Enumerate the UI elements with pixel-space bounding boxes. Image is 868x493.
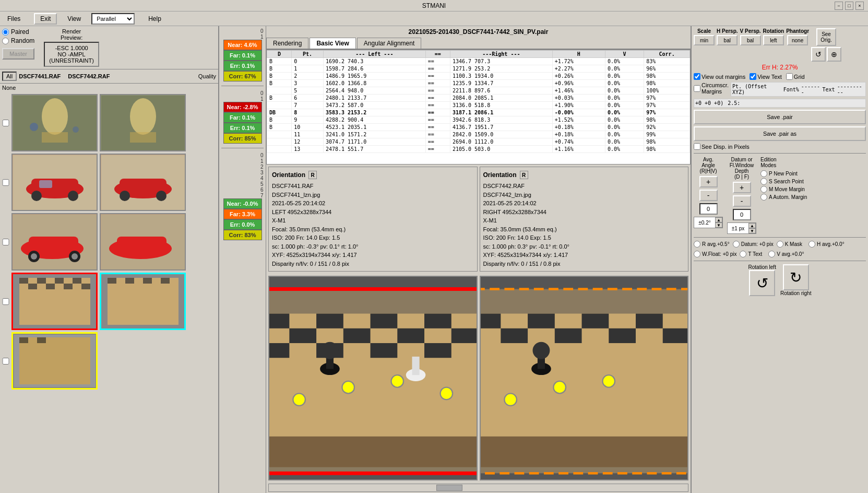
t-text-radio[interactable] bbox=[740, 251, 746, 257]
avg-angle-minus[interactable]: - bbox=[699, 190, 718, 201]
thumb-right-2[interactable] bbox=[100, 154, 186, 211]
orient-right-date: 2021-05-25 20:14:02 bbox=[483, 199, 685, 208]
rot-right-label: Rotation right bbox=[780, 290, 811, 296]
help-menu[interactable]: Help bbox=[145, 14, 164, 24]
grid-checkbox[interactable] bbox=[786, 73, 793, 80]
vpersp-group: V Persp. bal bbox=[740, 28, 761, 45]
zoom-button[interactable]: ⊕ bbox=[827, 47, 841, 62]
master-button[interactable]: Master bbox=[2, 48, 34, 60]
orient-left-label: Orientation bbox=[272, 170, 305, 180]
thumb-checkbox-2[interactable] bbox=[2, 179, 9, 186]
t-text-label: T Text bbox=[748, 251, 762, 257]
all-button[interactable]: All bbox=[2, 72, 17, 81]
thumb-left-3[interactable] bbox=[11, 213, 98, 271]
orient-right-label: Orientation bbox=[483, 170, 517, 180]
s-search-point-label: S Search Point bbox=[769, 179, 804, 184]
orient-left-r-badge[interactable]: R bbox=[308, 171, 317, 179]
tab-angular-alignment[interactable]: Angular Alignment bbox=[357, 38, 421, 49]
view-margins-checkbox[interactable] bbox=[694, 73, 700, 80]
p-new-point-label: P New Point bbox=[769, 171, 798, 177]
tab-basic-view[interactable]: Basic View bbox=[310, 38, 355, 49]
window-controls: − □ × bbox=[835, 2, 864, 10]
thumb-right-4-selected[interactable] bbox=[100, 273, 186, 330]
scale-min-button[interactable]: min bbox=[694, 35, 715, 45]
svg-point-92 bbox=[553, 381, 566, 394]
preview-left[interactable] bbox=[268, 276, 478, 480]
refresh-button[interactable]: ↺ bbox=[811, 47, 826, 62]
k-mask-radio[interactable] bbox=[777, 241, 783, 248]
paired-radio[interactable] bbox=[2, 29, 9, 36]
datum-spin-down[interactable]: ▼ bbox=[748, 228, 756, 233]
rotation-left-button[interactable]: left bbox=[763, 35, 784, 45]
close-button[interactable]: × bbox=[855, 2, 864, 10]
files-menu[interactable]: Files bbox=[4, 14, 23, 24]
thumb-checkbox-1[interactable] bbox=[2, 120, 9, 126]
svg-point-1 bbox=[42, 98, 68, 135]
circumscr-checkbox[interactable] bbox=[694, 85, 700, 92]
minimize-button[interactable]: − bbox=[835, 2, 843, 10]
cell-right: 2211.8 897.6 bbox=[450, 87, 552, 95]
wfloat-radio[interactable] bbox=[694, 251, 700, 257]
near-badge-3: Near: -0.0% bbox=[223, 198, 262, 209]
thumb-right-1[interactable] bbox=[100, 94, 186, 151]
view-text-checkbox[interactable] bbox=[750, 73, 756, 80]
h-avg-radio[interactable] bbox=[808, 241, 815, 248]
see-disp-text: See Disp. in Pixels bbox=[701, 144, 750, 150]
datum-plus[interactable]: + bbox=[733, 182, 751, 193]
orient-right-sc: sc: 1.000 ph: 0.3° pv: -0.1° rt: 0.0° bbox=[483, 242, 685, 251]
svg-rect-60 bbox=[451, 328, 477, 343]
datum-input[interactable] bbox=[733, 209, 751, 220]
thumb-left-5[interactable] bbox=[11, 332, 98, 390]
scroll-thumb[interactable] bbox=[436, 485, 462, 491]
col-header-d: D bbox=[267, 51, 292, 58]
avg-angle-input[interactable] bbox=[699, 203, 718, 215]
file-title: 20210525-201430_DSCF7441-7442_SIN_PV.pai… bbox=[266, 26, 691, 38]
a-autom-radio[interactable] bbox=[760, 194, 767, 201]
datum-spin-up[interactable]: ▲ bbox=[748, 223, 756, 228]
vpersp-bal-button[interactable]: bal bbox=[740, 35, 761, 45]
save-pair-as-button[interactable]: Save .pair as bbox=[694, 126, 866, 141]
svg-point-17 bbox=[120, 191, 130, 201]
hpersp-header: H Persp. bbox=[717, 28, 738, 34]
tab-rendering[interactable]: Rendering bbox=[266, 38, 308, 49]
thumb-checkbox-4[interactable] bbox=[2, 298, 9, 305]
col-header-h: H bbox=[552, 51, 605, 58]
s-search-point-radio-label: S Search Point bbox=[760, 178, 807, 185]
m-move-margin-radio[interactable] bbox=[760, 186, 767, 193]
see-orig-button[interactable]: SeeOrig. bbox=[816, 28, 836, 46]
random-radio[interactable] bbox=[2, 38, 9, 44]
r-avg-radio[interactable] bbox=[694, 241, 700, 248]
top-controls: Scale min H Persp. bal V Persp. bal Rota… bbox=[694, 28, 866, 62]
hpersp-bal-button[interactable]: bal bbox=[717, 35, 738, 45]
thumb-left-1[interactable] bbox=[11, 94, 98, 151]
cell-eq: == bbox=[425, 95, 450, 102]
thumb-right-3[interactable] bbox=[100, 213, 186, 271]
thumb-left-4-selected[interactable] bbox=[11, 273, 98, 330]
thumb-checkbox-5[interactable] bbox=[2, 358, 9, 365]
angle-spin-down[interactable]: ▼ bbox=[715, 222, 722, 228]
rotate-right-button[interactable]: ↻ bbox=[783, 264, 809, 290]
stat-group-2: 01 Near: -2.8% Far: 0.1% Err: 0.1% Corr:… bbox=[222, 90, 264, 144]
save-pair-button[interactable]: Save .pair bbox=[694, 110, 866, 124]
h-scrollbar[interactable] bbox=[268, 484, 688, 492]
datum-radio[interactable] bbox=[733, 241, 740, 248]
exit-button[interactable]: Exit bbox=[34, 13, 57, 25]
p-new-point-radio[interactable] bbox=[760, 170, 767, 177]
preview-right[interactable] bbox=[480, 276, 689, 480]
preview-right-svg bbox=[481, 277, 688, 479]
s-search-point-radio[interactable] bbox=[760, 178, 767, 185]
rotate-left-button[interactable]: ↺ bbox=[749, 270, 775, 296]
thumb-checkbox-3[interactable] bbox=[2, 239, 9, 245]
avg-angle-plus[interactable]: + bbox=[699, 176, 718, 187]
thumb-left-2[interactable] bbox=[11, 154, 98, 211]
maximize-button[interactable]: □ bbox=[845, 2, 853, 10]
thumb-img-svg-3r bbox=[101, 215, 185, 269]
orient-right-r-badge[interactable]: R bbox=[520, 171, 528, 179]
v-avg-radio[interactable] bbox=[768, 251, 775, 257]
phantogr-none-button[interactable]: none bbox=[787, 35, 808, 45]
view-select[interactable]: Parallel Cross-eye bbox=[91, 13, 135, 25]
datum-minus[interactable]: - bbox=[733, 195, 751, 207]
cell-h: -0.00% bbox=[552, 109, 605, 116]
see-disp-checkbox[interactable] bbox=[694, 143, 700, 150]
angle-spin-up[interactable]: ▲ bbox=[715, 217, 722, 222]
